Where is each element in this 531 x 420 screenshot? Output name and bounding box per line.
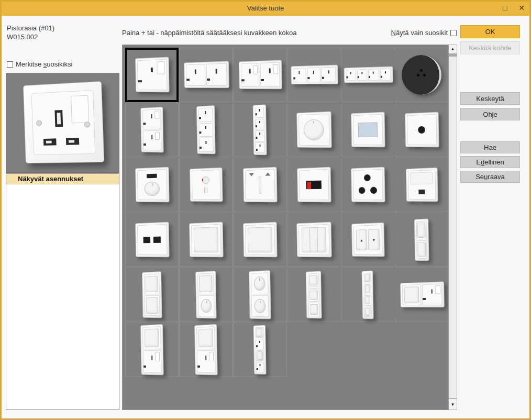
product-image-data-outlet-2port — [135, 222, 169, 258]
search-button[interactable]: Hae — [460, 141, 520, 153]
product-image-key-switch — [190, 168, 223, 202]
product-image-socket-2g-framed — [239, 60, 282, 89]
product-image-thermostat-knob — [135, 167, 169, 203]
product-image-speaker-terminal — [297, 167, 331, 203]
cancel-button[interactable]: Keskeytä — [460, 92, 520, 105]
scroll-up-button[interactable]: ▲ — [449, 45, 457, 53]
product-image-switch-2g-vertical-narrow — [414, 218, 429, 261]
product-image-rotary-dimmer — [296, 111, 331, 148]
product-cell-switch-2g[interactable] — [233, 213, 286, 267]
maximize-icon[interactable]: □ — [503, 4, 507, 12]
product-image-round-connector-black — [402, 55, 441, 95]
favorite-checkbox-row[interactable]: Merkitse suosikiksi — [7, 60, 72, 68]
grid-scrollbar[interactable]: ▲ ▼ — [448, 45, 457, 410]
product-cell-switch-dimmer-vertical[interactable] — [179, 268, 233, 322]
product-cell-socket-3g-vertical[interactable] — [179, 103, 233, 157]
product-image-data-outlet-flap — [406, 168, 438, 202]
product-cell-switch-1g[interactable] — [179, 213, 233, 267]
help-button[interactable]: Ohje — [460, 108, 520, 120]
product-cell-socket-4g-strip[interactable] — [341, 48, 394, 102]
favorites-filter-row[interactable]: Näytä vain suosikit — [122, 29, 457, 37]
previous-button[interactable]: Edellinen — [460, 156, 520, 168]
product-cell-socket-1g-switched[interactable] — [125, 48, 179, 102]
product-image-socket-3g-strip — [291, 64, 338, 84]
favorites-filter-checkbox[interactable] — [450, 30, 457, 36]
product-image-switch-socket-combo-horizontal — [400, 281, 445, 307]
product-image-socket-1g-switched — [135, 57, 169, 93]
product-image-socket-3g-vertical — [196, 105, 216, 154]
product-image-switch-2g — [243, 222, 277, 258]
product-cell-socket-2g-framed[interactable] — [233, 48, 286, 102]
product-cell-switch-socket-vertical[interactable] — [125, 323, 179, 377]
product-image-switch-1g — [189, 222, 223, 258]
product-grid — [123, 45, 448, 377]
product-image-display-thermostat — [351, 112, 385, 148]
product-cell-switch-2g-vertical-narrow[interactable] — [395, 213, 448, 267]
preview-pin-slot-left — [43, 138, 56, 146]
product-image-socket-2g-wide — [184, 61, 229, 88]
scroll-down-icon: ▼ — [451, 402, 455, 407]
titlebar: Valitse tuote □ ✕ — [0, 0, 531, 16]
product-image-dimmer-2x-vertical — [249, 270, 271, 319]
product-image-socket-2g-vertical — [140, 107, 163, 153]
product-image-switch-dimmer-vertical — [195, 271, 217, 318]
product-cell-socket-2g-wide[interactable] — [179, 48, 233, 102]
product-name: Pistorasia (#01) — [7, 24, 54, 32]
product-cell-data-outlet-flap[interactable] — [395, 158, 448, 212]
preview-screw-right — [84, 121, 90, 128]
product-cell-switch-socket-combo-horizontal[interactable] — [395, 268, 448, 322]
titlebar-buttons: □ ✕ — [503, 0, 525, 16]
preview-socket-face — [31, 90, 95, 155]
scrollbar-thumb[interactable] — [449, 54, 457, 57]
center-target-button[interactable]: Keskitä kohde — [460, 41, 520, 54]
product-image-rotary-blind-control — [243, 167, 277, 203]
product-cell-blind-rocker-switch[interactable] — [341, 213, 394, 267]
favorites-filter-label: Näytä vain suosikit — [391, 29, 448, 37]
product-cell-single-hole-outlet[interactable] — [395, 103, 448, 157]
product-cell-socket-2g-vertical[interactable] — [125, 103, 179, 157]
product-image-switch-4g-vertical-narrow — [362, 270, 374, 319]
product-cell-socket-3g-strip[interactable] — [287, 48, 340, 102]
product-grid-area — [122, 45, 448, 410]
favorite-checkbox-label: Merkitse suosikiksi — [16, 60, 72, 68]
product-cell-dimmer-2x-vertical[interactable] — [233, 268, 286, 322]
product-image-switch-3g — [296, 222, 331, 257]
product-cell-round-connector-black[interactable] — [395, 48, 448, 102]
product-cell-rotary-dimmer[interactable] — [287, 103, 340, 157]
preview-pin-slot-right — [65, 138, 79, 145]
scroll-up-icon: ▲ — [451, 47, 455, 51]
product-code: W015 002 — [7, 33, 38, 41]
product-image-switch-socket-4unit-strip — [253, 325, 267, 374]
visible-installations-list[interactable]: Näkyvät asennukset — [6, 173, 119, 410]
product-cell-socket-4g-vertical[interactable] — [233, 103, 286, 157]
product-cell-switch-3g[interactable] — [287, 213, 340, 267]
product-cell-speaker-terminal[interactable] — [287, 158, 340, 212]
visible-installations-header: Näkyvät asennukset — [6, 174, 119, 184]
product-cell-data-outlet-2port[interactable] — [125, 213, 179, 267]
product-cell-key-switch[interactable] — [179, 158, 233, 212]
product-image-switch-socket-vertical — [140, 324, 164, 375]
product-image-switch-2x2g-vertical — [142, 271, 162, 318]
product-cell-rotary-blind-control[interactable] — [233, 158, 286, 212]
product-cell-switch-3g-vertical[interactable] — [287, 268, 340, 322]
product-image-switch-2g-socket-vertical — [194, 324, 218, 375]
favorite-checkbox[interactable] — [7, 61, 13, 68]
product-cell-switch-socket-4unit-strip[interactable] — [233, 323, 286, 377]
product-cell-tv-antenna-outlet[interactable] — [341, 158, 394, 212]
product-image-tv-antenna-outlet — [351, 167, 385, 203]
product-image-socket-4g-vertical — [253, 104, 267, 155]
scroll-down-button[interactable]: ▼ — [449, 399, 457, 410]
ok-button[interactable]: OK — [460, 25, 520, 38]
product-cell-thermostat-knob[interactable] — [125, 158, 179, 212]
window-title: Valitse tuote — [247, 4, 284, 12]
product-image-blind-rocker-switch — [351, 223, 384, 257]
product-cell-switch-4g-vertical-narrow[interactable] — [341, 268, 394, 322]
product-image-single-hole-outlet — [405, 112, 439, 148]
preview-socket-plate — [23, 81, 104, 163]
preview-socket-switch — [71, 95, 89, 124]
next-button[interactable]: Seuraava — [460, 171, 520, 183]
product-cell-display-thermostat[interactable] — [341, 103, 394, 157]
close-icon[interactable]: ✕ — [518, 4, 525, 12]
product-cell-switch-2g-socket-vertical[interactable] — [179, 323, 233, 377]
product-cell-switch-2x2g-vertical[interactable] — [125, 268, 179, 322]
